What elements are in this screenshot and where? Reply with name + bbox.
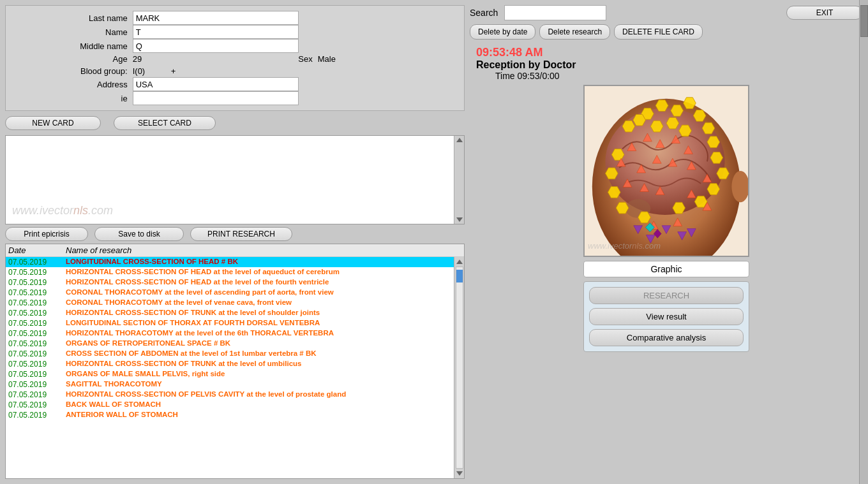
last-name-label: Last name [16,11,133,25]
address-label: Address [16,77,133,91]
print-epicrisis-button[interactable]: Print epicrisis [5,227,88,241]
textarea-scroll-down[interactable] [456,217,463,222]
research-row[interactable]: 07.05.2019 LONGITUDINAL CROSS-SECTION OF… [6,257,454,267]
research-scroll-thumb[interactable] [456,270,463,282]
delete-by-date-button[interactable]: Delete by date [470,24,535,40]
research-row[interactable]: 07.05.2019 ORGANS OF MALE SMALL PELVIS, … [6,369,454,379]
last-name-input[interactable] [133,11,299,25]
research-row[interactable]: 07.05.2019 HORIZONTAL CROSS-SECTION OF H… [6,267,454,277]
ie-input[interactable] [133,91,299,105]
col-name-header: Name of research [66,246,461,255]
address-input[interactable] [133,77,299,91]
svg-marker-21 [673,202,685,214]
ie-label: ie [16,91,133,105]
svg-marker-26 [611,149,624,161]
svg-marker-14 [666,117,679,129]
sex-value: Male [318,54,336,64]
blood-group-value: I(0) [133,66,146,76]
research-list-scrollbar[interactable] [454,257,464,478]
graphic-button[interactable]: Graphic [583,261,749,277]
svg-marker-11 [622,121,635,132]
research-row[interactable]: 07.05.2019 CORONAL THORACOTOMY at the le… [6,288,454,298]
reception-label: Reception by Doctor [476,59,863,71]
research-row[interactable]: 07.05.2019 CROSS SECTION OF ABDOMEN at t… [6,349,454,359]
sex-label: Sex [171,53,318,65]
research-button[interactable]: RESEARCH [589,287,744,304]
svg-marker-13 [650,121,663,132]
delete-research-button[interactable]: Delete research [539,24,610,40]
research-row[interactable]: 07.05.2019 CORONAL THORACOTOMY at the le… [6,298,454,308]
comparative-analysis-button[interactable]: Comparative analysis [589,329,744,346]
page-scrollbar[interactable] [859,0,868,484]
svg-marker-18 [717,168,730,179]
brain-image-container: www.ivectornls.com [583,85,749,257]
select-card-button[interactable]: SELECT CARD [114,116,216,130]
research-row[interactable]: 07.05.2019 HORIZONTAL CROSS-SECTION OF P… [6,390,454,400]
current-time: 09:53:48 AM [476,46,863,59]
blood-group-label: Blood group: [16,65,133,77]
research-row[interactable]: 07.05.2019 HORIZONTAL CROSS-SECTION OF T… [6,359,454,369]
research-row[interactable]: 07.05.2019 HORIZONTAL CROSS-SECTION OF H… [6,277,454,288]
research-scroll-up[interactable] [456,260,463,264]
research-row[interactable]: 07.05.2019 HORIZONTAL CROSS-SECTION OF T… [6,308,454,318]
research-scroll-track[interactable] [456,267,463,469]
svg-marker-8 [684,98,696,109]
svg-marker-17 [710,152,723,163]
research-row[interactable]: 07.05.2019 ANTERIOR WALL OF STOMACH [6,410,454,420]
research-row[interactable]: 07.05.2019 LONGITUDINAL SECTION OF THORA… [6,318,454,328]
svg-marker-23 [616,202,629,214]
view-result-button[interactable]: View result [589,308,744,325]
research-row[interactable]: 07.05.2019 HORIZONTAL THORACOTOMY at the… [6,328,454,339]
textarea-scrollbar [454,136,464,224]
search-input[interactable] [504,5,606,20]
page-scroll-thumb[interactable] [860,5,868,37]
print-research-button[interactable]: PRINT RESEARCH [190,227,292,241]
research-panel: RESEARCH View result Comparative analysi… [583,281,749,352]
research-row[interactable]: 07.05.2019 ORGANS OF RETROPERITONEAL SPA… [6,339,454,349]
textarea-scroll-up[interactable] [456,138,463,142]
middle-name-input[interactable] [133,39,299,53]
age-label: Age [16,53,133,65]
svg-marker-10 [702,122,715,134]
name-input[interactable] [133,25,299,39]
svg-marker-25 [605,168,618,179]
svg-marker-6 [655,100,668,112]
middle-name-label: Middle name [16,39,133,53]
svg-marker-12 [633,114,646,126]
svg-marker-7 [671,105,684,117]
svg-marker-19 [707,184,720,195]
research-row[interactable]: 07.05.2019 BACK WALL OF STOMACH [6,400,454,410]
col-date-header: Date [8,246,66,255]
exit-button[interactable]: EXIT [786,6,863,20]
delete-file-card-button[interactable]: DELETE FILE CARD [614,24,703,40]
name-label: Name [16,25,133,39]
svg-marker-15 [679,125,692,136]
time-label: Time 09:53/0:00 [476,71,863,81]
watermark-text: www.ivectornls.com [12,204,113,217]
research-scroll-down[interactable] [456,471,463,476]
search-label: Search [470,8,498,18]
blood-plus: + [171,66,176,76]
svg-marker-22 [638,212,651,223]
svg-marker-9 [693,110,706,121]
svg-marker-24 [608,187,620,198]
age-value: 29 [133,54,142,64]
svg-marker-16 [707,136,720,148]
save-to-disk-button[interactable]: Save to disk [94,227,184,241]
research-row[interactable]: 07.05.2019 SAGITTAL THORACOTOMY [6,379,454,390]
new-card-button[interactable]: NEW CARD [5,116,101,130]
